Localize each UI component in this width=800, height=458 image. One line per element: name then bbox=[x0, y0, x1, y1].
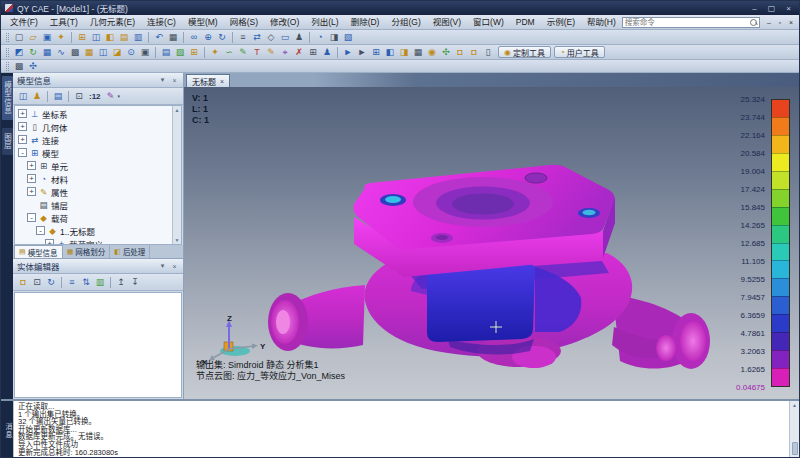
probe-icon[interactable]: ∽ bbox=[222, 46, 236, 59]
palette-icon[interactable]: ◉ bbox=[425, 46, 439, 59]
key-icon[interactable]: ✦ bbox=[54, 31, 68, 44]
window-cascade-icon[interactable]: ◧ bbox=[103, 31, 117, 44]
document-tab[interactable]: 无标题 × bbox=[186, 74, 230, 87]
panel-tab-1[interactable]: ▤模型信息 bbox=[14, 245, 63, 258]
pencil-yellow-icon[interactable]: ✎ bbox=[264, 46, 278, 59]
flower-palette-icon[interactable]: ✣ bbox=[439, 46, 453, 59]
tree-expand-toggle[interactable]: + bbox=[27, 174, 36, 183]
small-snap-icon[interactable]: ✣ bbox=[26, 60, 40, 73]
custom-tools-button[interactable]: ◉定制工具 bbox=[498, 46, 551, 58]
tree-item[interactable]: ++载荷定义 bbox=[15, 237, 171, 245]
grid-edit-icon[interactable]: ⊞ bbox=[306, 46, 320, 59]
menu-item[interactable]: 几何元素(E) bbox=[84, 15, 141, 29]
new-file-icon[interactable]: ▢ bbox=[12, 31, 26, 44]
tree-expand-toggle[interactable]: + bbox=[45, 239, 54, 245]
undo-icon[interactable]: ↶ bbox=[152, 31, 166, 44]
tree-item[interactable]: +▯几何体 bbox=[15, 120, 171, 133]
menu-item[interactable]: 模型(M) bbox=[182, 15, 224, 29]
layers-icon[interactable]: ▤ bbox=[51, 90, 65, 103]
tree-item[interactable]: ▤铺层 bbox=[15, 198, 171, 211]
tree-item[interactable]: +⊞单元 bbox=[15, 159, 171, 172]
pin-icon[interactable]: ▾ bbox=[158, 76, 167, 84]
link-icon[interactable]: ∞ bbox=[187, 31, 201, 44]
refresh-link-icon[interactable]: ↻ bbox=[215, 31, 229, 44]
panel-tab-3[interactable]: ◧后处理 bbox=[110, 245, 150, 258]
save-icon[interactable]: ▣ bbox=[40, 31, 54, 44]
document-menu-icon[interactable]: ▧ bbox=[341, 31, 355, 44]
panel-close-icon[interactable]: × bbox=[170, 77, 179, 84]
scrollbar-thumb[interactable] bbox=[792, 442, 798, 455]
3d-viewport[interactable]: V: 1L: 1C: 1 25.32423.74422.16420.58419.… bbox=[184, 87, 799, 399]
curve-plot-icon[interactable]: ∿ bbox=[54, 46, 68, 59]
tab-close-icon[interactable]: × bbox=[220, 78, 224, 85]
tree-item[interactable]: +⊥坐标系 bbox=[15, 107, 171, 120]
scroll-up-icon[interactable]: ▲ bbox=[792, 402, 797, 408]
tree-expand-toggle[interactable]: - bbox=[36, 226, 45, 235]
tree-item[interactable]: +⇄连接 bbox=[15, 133, 171, 146]
cube-menu-icon[interactable]: ◇ bbox=[264, 31, 278, 44]
tree-expand-toggle[interactable]: + bbox=[27, 161, 36, 170]
id-card-icon[interactable]: ◫ bbox=[16, 90, 30, 103]
tree-item[interactable]: +◔材料 bbox=[15, 172, 171, 185]
pin-icon[interactable]: ▾ bbox=[158, 262, 167, 270]
console-scrollbar[interactable]: ▲ bbox=[789, 401, 799, 457]
refresh-icon[interactable]: ↻ bbox=[26, 46, 40, 59]
entity-editor-body[interactable] bbox=[14, 292, 182, 398]
window-new-icon[interactable]: ⊞ bbox=[75, 31, 89, 44]
text-tool-icon[interactable]: T bbox=[250, 46, 264, 59]
tree-expand-toggle[interactable]: - bbox=[27, 213, 36, 222]
mdi-restore-button[interactable]: ▫ bbox=[775, 17, 785, 28]
tree-item[interactable]: -◆1..无标题 bbox=[15, 224, 171, 237]
user-tools-button[interactable]: ◔用户工具 bbox=[554, 46, 605, 58]
scroll-down-icon[interactable]: ▼ bbox=[175, 237, 180, 243]
console-side-tab[interactable]: 消息 bbox=[1, 401, 13, 457]
print-menu-icon[interactable]: ◨ bbox=[327, 31, 341, 44]
tree-expand-toggle[interactable]: - bbox=[18, 148, 27, 157]
delete-entity-icon[interactable]: ✗ bbox=[292, 46, 306, 59]
tree-expand-toggle[interactable]: + bbox=[27, 187, 36, 196]
mdi-close-button[interactable]: × bbox=[786, 17, 796, 28]
transfer-icon[interactable]: ⇄ bbox=[250, 31, 264, 44]
zoom-view-icon[interactable]: ⊙ bbox=[124, 46, 138, 59]
export-up-icon[interactable]: ↥ bbox=[114, 276, 128, 289]
menu-item[interactable]: 文件(F) bbox=[4, 15, 44, 29]
brush-icon[interactable]: ✎ bbox=[104, 90, 118, 103]
property-card-icon[interactable]: ▥ bbox=[93, 276, 107, 289]
user-entity-icon[interactable]: ♟ bbox=[320, 46, 334, 59]
tree-item[interactable]: -◆载荷 bbox=[15, 211, 171, 224]
scroll-up-icon[interactable]: ▲ bbox=[175, 107, 180, 113]
reload-icon[interactable]: ↻ bbox=[44, 276, 58, 289]
pencil-green-icon[interactable]: ✎ bbox=[236, 46, 250, 59]
grid-view-icon[interactable]: ▩ bbox=[68, 46, 82, 59]
menu-item[interactable]: 连接(C) bbox=[141, 15, 182, 29]
target-probe-icon[interactable]: ⌖ bbox=[278, 46, 292, 59]
minimize-button[interactable]: – bbox=[748, 4, 761, 13]
tree-item[interactable]: -⊞模型 bbox=[15, 146, 171, 159]
paste-icon[interactable]: ⊡ bbox=[30, 276, 44, 289]
grid-add-icon[interactable]: ⊞ bbox=[187, 46, 201, 59]
model-3d-render[interactable] bbox=[184, 87, 799, 399]
table-view-icon[interactable]: ▦ bbox=[40, 46, 54, 59]
sort-list-icon[interactable]: ≡ bbox=[65, 276, 79, 289]
sort-updown-icon[interactable]: ⇅ bbox=[79, 276, 93, 289]
menu-item[interactable]: 工具(T) bbox=[44, 15, 84, 29]
view-style-icon[interactable]: ▣ bbox=[138, 46, 152, 59]
tree-item[interactable]: +✎属性 bbox=[15, 185, 171, 198]
image-yellow-icon[interactable]: ◨ bbox=[397, 46, 411, 59]
menu-item[interactable]: PDM bbox=[510, 15, 541, 29]
list-icon[interactable]: ≡ bbox=[236, 31, 250, 44]
user-icon[interactable]: ♟ bbox=[292, 31, 306, 44]
tree-expand-toggle[interactable]: + bbox=[18, 135, 27, 144]
paint-model-icon[interactable]: ◪ bbox=[110, 46, 124, 59]
clock-menu-icon[interactable]: ◔ bbox=[313, 31, 327, 44]
mdi-minimize-button[interactable]: – bbox=[764, 17, 774, 28]
model-browser-icon[interactable]: ▥ bbox=[131, 31, 145, 44]
menu-item[interactable]: 网格(S) bbox=[224, 15, 264, 29]
lock-icon[interactable]: ◘ bbox=[16, 276, 30, 289]
run-batch-icon[interactable]: ► bbox=[355, 46, 369, 59]
maximize-button[interactable]: ▢ bbox=[765, 4, 778, 13]
panel-tab-2[interactable]: ▦网格划分 bbox=[63, 245, 111, 258]
select-icon[interactable]: ◩ bbox=[12, 46, 26, 59]
menu-item[interactable]: 分组(G) bbox=[385, 15, 426, 29]
open-file-icon[interactable]: ▱ bbox=[26, 31, 40, 44]
